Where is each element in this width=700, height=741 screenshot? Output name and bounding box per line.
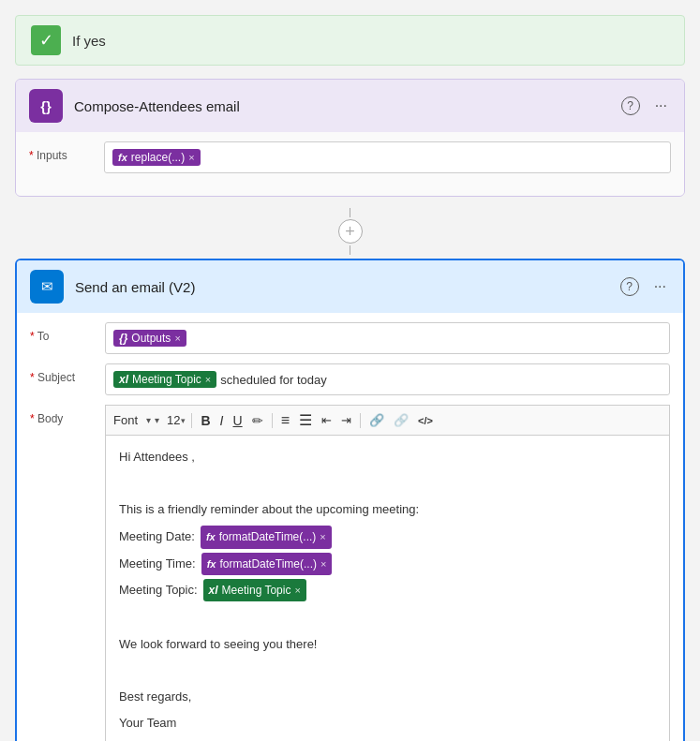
connector: + (15, 208, 685, 255)
underline-button[interactable]: U (231, 411, 246, 430)
body-label: Body (30, 405, 105, 425)
font-size-value: 12 (167, 413, 180, 427)
font-label: Font (113, 413, 151, 427)
meeting-time-line: Meeting Time: fx formatDateTime(...) × (119, 553, 656, 575)
indent-right-button[interactable]: ⇥ (338, 411, 354, 429)
to-label: To (30, 322, 105, 343)
body-spacer2 (119, 607, 656, 628)
body-forward: We look forward to seeing you there! (119, 634, 656, 655)
toolbar-sep-1 (191, 413, 192, 428)
meeting-time-label: Meeting Time: (119, 554, 196, 574)
inputs-row: Inputs fx replace(...) × (29, 141, 671, 173)
list-ol-button[interactable]: ☰ (296, 409, 315, 431)
list-ul-button[interactable]: ≡ (278, 410, 292, 431)
outputs-tag-close[interactable]: × (174, 333, 180, 344)
compose-card-header: {} Compose-Attendees email ? ··· (16, 80, 684, 132)
email-icon-label: ✉ (41, 278, 53, 295)
meeting-topic-body-label: Meeting Topic: (119, 580, 198, 600)
body-reminder: This is a friendly reminder about the up… (119, 499, 656, 520)
outputs-icon: {} (119, 332, 127, 345)
replace-tag-text: replace(...) (131, 151, 185, 164)
meeting-topic-subject-text: Meeting Topic (132, 373, 201, 386)
xl-subject-icon: xl (119, 373, 128, 386)
font-size-control[interactable]: 12 ▾ (167, 413, 186, 427)
email-card-header: ✉ Send an email (V2) ? ··· (17, 260, 683, 313)
compose-help-button[interactable]: ? (621, 96, 640, 115)
email-more-button[interactable]: ··· (650, 276, 670, 297)
format-date-close[interactable]: × (320, 528, 325, 546)
outputs-tag[interactable]: {} Outputs × (113, 330, 186, 347)
compose-card: {} Compose-Attendees email ? ··· Inputs … (15, 79, 685, 197)
format-date-tag[interactable]: fx formatDateTime(...) × (201, 526, 332, 548)
font-size-arrow: ▾ (181, 416, 186, 425)
if-yes-bar: ✓ If yes (15, 15, 685, 66)
meeting-topic-body-close[interactable]: × (294, 582, 300, 600)
inputs-label: Inputs (29, 141, 104, 162)
if-yes-label: If yes (72, 33, 106, 49)
add-step-button[interactable]: + (338, 219, 363, 244)
format-date-text: formatDateTime(...) (219, 527, 317, 546)
fx-date-icon: fx (206, 528, 216, 546)
subject-row: Subject xl Meeting Topic × scheduled for… (30, 363, 670, 395)
body-row: Body Font ▾ 12 ▾ B I U ✏ (30, 405, 670, 741)
email-card: ✉ Send an email (V2) ? ··· To {} Outputs… (15, 259, 685, 741)
pen-button[interactable]: ✏ (249, 411, 266, 430)
body-spacer1 (119, 473, 656, 494)
compose-more-button[interactable]: ··· (651, 96, 671, 116)
link-button[interactable]: 🔗 (366, 411, 387, 429)
meeting-topic-body-tag[interactable]: xl Meeting Topic × (203, 579, 306, 601)
body-toolbar: Font ▾ 12 ▾ B I U ✏ ≡ ☰ ⇤ ⇥ (105, 405, 670, 435)
italic-button[interactable]: I (217, 411, 227, 430)
meeting-date-line: Meeting Date: fx formatDateTime(...) × (119, 526, 656, 548)
email-card-title: Send an email (V2) (75, 279, 620, 295)
compose-card-title: Compose-Attendees email (74, 98, 621, 114)
bold-button[interactable]: B (198, 411, 213, 430)
code-button[interactable]: </> (415, 413, 436, 428)
email-help-button[interactable]: ? (620, 277, 639, 296)
body-content[interactable]: Hi Attendees , This is a friendly remind… (105, 435, 670, 741)
outputs-tag-text: Outputs (131, 332, 171, 345)
connector-line-bottom (350, 245, 350, 255)
xl-body-icon: xl (209, 581, 218, 600)
email-card-body: To {} Outputs × Subject xl Meeting Topic… (17, 313, 683, 741)
compose-card-body: Inputs fx replace(...) × (16, 132, 684, 196)
connector-line-top (350, 208, 350, 217)
compose-icon: {} (29, 89, 63, 123)
fx-time-icon: fx (207, 556, 216, 573)
compose-icon-label: {} (40, 98, 52, 114)
subject-static-text: scheduled for today (220, 373, 326, 387)
fx-icon: fx (118, 152, 127, 163)
body-team: Your Team (119, 713, 656, 734)
format-time-tag[interactable]: fx formatDateTime(...) × (201, 553, 333, 575)
toolbar-dropdown-arrow: ▾ (155, 415, 159, 425)
if-yes-check-icon: ✓ (31, 25, 61, 55)
compose-card-actions: ? ··· (621, 96, 671, 116)
to-row: To {} Outputs × (30, 322, 670, 354)
subject-label: Subject (30, 363, 105, 384)
format-time-close[interactable]: × (320, 556, 326, 573)
toolbar-sep-3 (360, 413, 361, 428)
inputs-field[interactable]: fx replace(...) × (104, 141, 671, 173)
body-section: Font ▾ 12 ▾ B I U ✏ ≡ ☰ ⇤ ⇥ (105, 405, 670, 741)
meeting-topic-subject-close[interactable]: × (205, 374, 211, 385)
replace-tag-close[interactable]: × (188, 152, 194, 163)
indent-left-button[interactable]: ⇤ (319, 411, 335, 429)
meeting-topic-body-text: Meeting Topic (222, 581, 291, 600)
toolbar-sep-2 (272, 413, 273, 428)
body-greeting: Hi Attendees , (119, 447, 656, 467)
meeting-date-label: Meeting Date: (119, 526, 195, 547)
font-dropdown[interactable]: Font (113, 413, 151, 427)
body-meeting-info: Meeting Date: fx formatDateTime(...) × M… (119, 526, 656, 601)
body-regards: Best regards, (119, 687, 656, 707)
to-field[interactable]: {} Outputs × (105, 322, 670, 354)
unlink-button[interactable]: 🔗 (391, 411, 411, 429)
replace-tag[interactable]: fx replace(...) × (112, 149, 201, 166)
subject-field[interactable]: xl Meeting Topic × scheduled for today (105, 363, 670, 395)
format-time-text: formatDateTime(...) (219, 555, 317, 573)
email-card-actions: ? ··· (620, 276, 670, 297)
meeting-topic-line: Meeting Topic: xl Meeting Topic × (119, 579, 656, 601)
email-icon: ✉ (30, 270, 64, 304)
body-spacer3 (119, 660, 656, 681)
meeting-topic-subject-tag[interactable]: xl Meeting Topic × (113, 371, 216, 388)
